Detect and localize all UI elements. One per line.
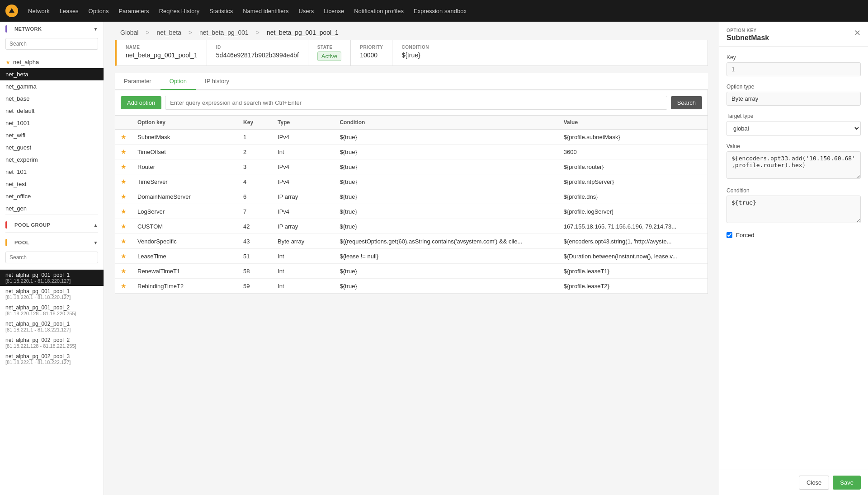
cell-option-key: RenewalTimeT1 bbox=[132, 264, 238, 279]
row-star-icon[interactable]: ★ bbox=[121, 148, 127, 155]
key-input[interactable] bbox=[726, 62, 861, 76]
network-search-input[interactable] bbox=[5, 38, 98, 50]
sidebar-item-net_test[interactable]: net_test bbox=[0, 178, 104, 190]
value-textarea[interactable]: ${encoders.opt33.add('10.150.60.68',prof… bbox=[726, 151, 861, 179]
row-star-icon[interactable]: ★ bbox=[121, 163, 127, 170]
pool-item-name: net_alpha_pg_001_pool_1 bbox=[5, 288, 70, 294]
row-star-icon[interactable]: ★ bbox=[121, 223, 127, 230]
nav-item-leases[interactable]: Leases bbox=[55, 5, 83, 17]
cell-value: ${profile.logServer} bbox=[558, 204, 708, 219]
cell-option-key: Router bbox=[132, 159, 238, 174]
sidebar-item-net_base[interactable]: net_base bbox=[0, 93, 104, 105]
condition-textarea[interactable]: ${true} bbox=[726, 196, 861, 223]
nav-item-named-identifiers[interactable]: Named identifiers bbox=[238, 5, 293, 17]
sidebar-item-net_office[interactable]: net_office bbox=[0, 190, 104, 202]
sidebar-item-net_guest[interactable]: net_guest bbox=[0, 141, 104, 154]
target-type-field-group: Target type global pool network bbox=[726, 113, 861, 136]
close-button[interactable]: Close bbox=[799, 476, 829, 490]
nav-item-network[interactable]: Network bbox=[24, 5, 54, 17]
network-section-header[interactable]: NETWORK ▼ bbox=[0, 22, 104, 36]
nav-item-license[interactable]: License bbox=[319, 5, 349, 17]
row-star-icon[interactable]: ★ bbox=[121, 208, 127, 215]
pool-section-header[interactable]: POOL ▼ bbox=[0, 235, 104, 250]
table-row[interactable]: ★ LeaseTime 51 Int ${lease != null} ${Du… bbox=[115, 249, 708, 264]
table-row[interactable]: ★ DomainNameServer 6 IP array ${true} ${… bbox=[115, 189, 708, 204]
sidebar-item-label: net_default bbox=[5, 107, 34, 114]
cell-condition: ${true} bbox=[334, 264, 558, 279]
cell-option-key: DomainNameServer bbox=[132, 189, 238, 204]
table-row[interactable]: ★ Router 3 IPv4 ${true} ${profile.router… bbox=[115, 159, 708, 174]
panel-header: OPTION KEY SubnetMask ✕ bbox=[719, 22, 868, 47]
tab-parameter[interactable]: Parameter bbox=[115, 73, 160, 90]
option-search-input[interactable] bbox=[165, 96, 667, 110]
cell-type: Int bbox=[272, 145, 334, 159]
sidebar-item-net_wifi[interactable]: net_wifi bbox=[0, 129, 104, 141]
table-row[interactable]: ★ SubnetMask 1 IPv4 ${true} ${profile.su… bbox=[115, 130, 708, 145]
nav-item-parameters[interactable]: Parameters bbox=[114, 5, 153, 17]
save-button[interactable]: Save bbox=[833, 476, 861, 490]
row-star-icon[interactable]: ★ bbox=[121, 193, 127, 200]
cell-condition: ${true} bbox=[334, 189, 558, 204]
cell-key: 42 bbox=[238, 219, 272, 234]
pool-search-input[interactable] bbox=[5, 252, 98, 263]
sidebar-item-net_gamma[interactable]: net_gamma bbox=[0, 80, 104, 93]
search-button[interactable]: Search bbox=[671, 96, 702, 109]
sidebar-item-net_1001[interactable]: net_1001 bbox=[0, 117, 104, 129]
pool-item-2[interactable]: net_alpha_pg_001_pool_2[81.18.220.128 - … bbox=[0, 302, 104, 318]
sidebar-item-label: net_beta bbox=[5, 71, 28, 78]
nav-item-req/res-history[interactable]: Req/res History bbox=[155, 5, 204, 17]
table-row[interactable]: ★ LogServer 7 IPv4 ${true} ${profile.log… bbox=[115, 204, 708, 219]
nav-item-statistics[interactable]: Statistics bbox=[205, 5, 237, 17]
row-star-icon[interactable]: ★ bbox=[121, 178, 127, 185]
row-star-icon[interactable]: ★ bbox=[121, 282, 127, 290]
sidebar-item-net_experim[interactable]: net_experim bbox=[0, 154, 104, 166]
table-row[interactable]: ★ RenewalTimeT1 58 Int ${true} ${profile… bbox=[115, 264, 708, 279]
cell-condition: ${true} bbox=[334, 279, 558, 294]
sidebar-item-net_alpha[interactable]: ★net_alpha bbox=[0, 56, 104, 68]
table-row[interactable]: ★ CUSTOM 42 IP array ${true} 167.155.18.… bbox=[115, 219, 708, 234]
pool-group-section-header[interactable]: POOL GROUP ▲ bbox=[0, 218, 104, 232]
info-id: ID 5d446e92817b902b3994e4bf bbox=[207, 40, 308, 65]
breadcrumb-part[interactable]: Global bbox=[120, 29, 138, 36]
cell-condition: ${true} bbox=[334, 130, 558, 145]
row-star-icon[interactable]: ★ bbox=[121, 267, 127, 275]
breadcrumb-part[interactable]: net_beta bbox=[156, 29, 181, 36]
top-navigation: NetworkLeasesOptionsParametersReq/res Hi… bbox=[0, 0, 868, 22]
sidebar-item-net_gen[interactable]: net_gen bbox=[0, 202, 104, 215]
info-condition: CONDITION ${true} bbox=[392, 40, 438, 65]
tab-option[interactable]: Option bbox=[160, 73, 196, 90]
svg-marker-0 bbox=[9, 8, 14, 13]
add-option-button[interactable]: Add option bbox=[121, 96, 161, 109]
pool-item-5[interactable]: net_alpha_pg_002_pool_3[81.18.222.1 - 81… bbox=[0, 351, 104, 367]
table-row[interactable]: ★ TimeServer 4 IPv4 ${true} ${profile.nt… bbox=[115, 174, 708, 189]
pool-item-1[interactable]: net_alpha_pg_001_pool_1[81.18.220.1 - 81… bbox=[0, 286, 104, 302]
cell-value: ${encoders.opt43.string(1, 'http://avyst… bbox=[558, 234, 708, 249]
target-type-select[interactable]: global pool network bbox=[726, 121, 861, 136]
nav-item-options[interactable]: Options bbox=[84, 5, 113, 17]
nav-item-users[interactable]: Users bbox=[294, 5, 318, 17]
table-row[interactable]: ★ RebindingTimeT2 59 Int ${true} ${profi… bbox=[115, 279, 708, 294]
table-row[interactable]: ★ VendorSpecific 43 Byte array ${(reques… bbox=[115, 234, 708, 249]
row-star-icon[interactable]: ★ bbox=[121, 133, 127, 140]
pool-item-0[interactable]: net_alpha_pg_001_pool_1[81.18.220.1 - 81… bbox=[0, 270, 104, 286]
table-row[interactable]: ★ TimeOffset 2 Int ${true} 3600 bbox=[115, 145, 708, 159]
row-star-icon[interactable]: ★ bbox=[121, 238, 127, 245]
sidebar-item-net_default[interactable]: net_default bbox=[0, 105, 104, 117]
nav-item-expression-sandbox[interactable]: Expression sandbox bbox=[409, 5, 471, 17]
cell-key: 59 bbox=[238, 279, 272, 294]
row-star-icon[interactable]: ★ bbox=[121, 252, 127, 260]
sidebar-item-net_beta[interactable]: net_beta bbox=[0, 68, 104, 80]
pool-group-label: POOL GROUP bbox=[14, 222, 50, 228]
nav-item-notification-profiles[interactable]: Notification profiles bbox=[349, 5, 408, 17]
pool-item-3[interactable]: net_alpha_pg_002_pool_1[81.18.221.1 - 81… bbox=[0, 318, 104, 335]
panel-close-icon-button[interactable]: ✕ bbox=[854, 28, 861, 38]
sidebar-item-net_101[interactable]: net_101 bbox=[0, 166, 104, 178]
pool-item-range: [81.18.220.128 - 81.18.220.255] bbox=[5, 311, 98, 316]
breadcrumb-part[interactable]: net_beta_pg_001 bbox=[199, 29, 249, 36]
forced-checkbox[interactable] bbox=[726, 232, 732, 238]
network-arrow-icon: ▼ bbox=[94, 27, 98, 32]
cell-type: IP array bbox=[272, 189, 334, 204]
sidebar-item-label: net_guest bbox=[5, 144, 31, 151]
tab-ip-history[interactable]: IP history bbox=[196, 73, 238, 90]
pool-item-4[interactable]: net_alpha_pg_002_pool_2[81.18.221.128 - … bbox=[0, 335, 104, 351]
